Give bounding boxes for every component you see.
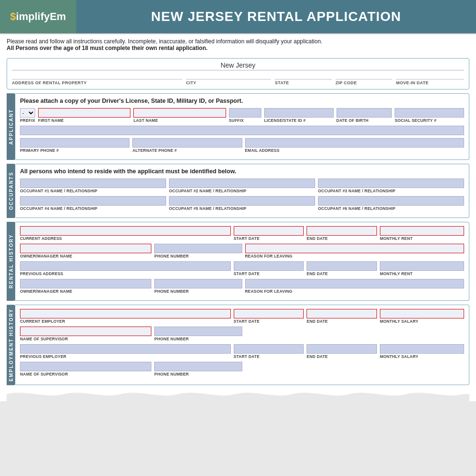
emp-end-field: END DATE xyxy=(307,309,377,324)
first-name-input[interactable] xyxy=(38,108,130,118)
current-end-field: END DATE xyxy=(307,226,377,241)
supervisor-label: NAME OF SUPERVISOR xyxy=(20,337,151,341)
current-reason-label: REASON FOR LEAVING xyxy=(245,254,465,258)
prev-reason-field: REASON FOR LEAVING xyxy=(245,279,465,294)
current-address-input[interactable] xyxy=(20,226,231,236)
current-reason-field: REASON FOR LEAVING xyxy=(245,244,465,258)
prev-address-field: PREVIOUS ADDRESS xyxy=(20,261,231,276)
current-owner-input[interactable] xyxy=(20,244,151,253)
current-rent-input[interactable] xyxy=(380,226,464,236)
prev-owner-field: OWNER/MANAGER NAME xyxy=(20,279,151,294)
logo-area: $implifyEm xyxy=(0,0,76,33)
property-fields: ADDRESS OF RENTAL PROPERTY CITY STATE ZI… xyxy=(12,70,464,85)
occupants-intro: All persons who intend to reside with th… xyxy=(20,168,464,175)
occupant6-label: OCCUPANT #6 NAME / RELATIONSHIP xyxy=(318,206,464,211)
supervisor-row: NAME OF SUPERVISOR PHONE NUMBER xyxy=(20,327,464,341)
prev-start-label: START DATE xyxy=(234,271,304,276)
occupant3: OCCUPANT #3 NAME / RELATIONSHIP xyxy=(318,178,464,193)
notice-line2: All Persons over the age of 18 must comp… xyxy=(7,45,469,51)
occupants-tab: OCCUPANTS xyxy=(7,164,15,218)
prefix-field: - Mr. Ms. Mrs. Dr. PREFIX xyxy=(20,108,35,123)
emp-salary-label: MONTHLY SALARY xyxy=(380,319,464,324)
prev-end-field: END DATE xyxy=(307,261,377,276)
title-area: NEW JERSEY RENTAL APPLICATION xyxy=(76,0,476,33)
last-name-field: LAST NAME xyxy=(133,108,226,123)
supervisor-field: NAME OF SUPERVISOR xyxy=(20,327,151,341)
current-owner-label: OWNER/MANAGER NAME xyxy=(20,254,151,258)
wavy-svg xyxy=(7,387,469,401)
ssn-field: SOCIAL SECURITY # xyxy=(395,108,464,123)
prev-address-label: PREVIOUS ADDRESS xyxy=(20,271,231,276)
prev-supervisor-field: NAME OF SUPERVISOR xyxy=(20,362,151,377)
prefix-select[interactable]: - Mr. Ms. Mrs. Dr. xyxy=(20,108,35,118)
prev-emp-salary-label: MONTHLY SALARY xyxy=(380,354,464,359)
current-start-input[interactable] xyxy=(234,226,304,236)
current-end-input[interactable] xyxy=(307,226,377,236)
prev-employer-field: PREVIOUS EMPLOYER xyxy=(20,344,231,359)
prev-supervisor-label: NAME OF SUPERVISOR xyxy=(20,372,151,377)
primary-phone-label: PRIMARY PHONE # xyxy=(20,148,129,153)
current-rent-field: MONTHLY RENT xyxy=(380,226,464,241)
first-name-label: FIRST NAME xyxy=(38,118,130,123)
employment-content: CURRENT EMPLOYER START DATE END DATE MON… xyxy=(15,305,469,385)
prev-owner-row: OWNER/MANAGER NAME PHONE NUMBER REASON F… xyxy=(20,279,464,294)
last-name-input[interactable] xyxy=(133,108,226,118)
emp-start-label: START DATE xyxy=(234,319,304,324)
current-reason-input[interactable] xyxy=(245,244,465,253)
emp-salary-input[interactable] xyxy=(380,309,464,318)
current-employer-input[interactable] xyxy=(20,309,231,318)
prev-employer-row: PREVIOUS EMPLOYER START DATE END DATE MO… xyxy=(20,344,464,359)
applicant-section: APPLICANT Please attach a copy of your D… xyxy=(7,93,469,160)
prev-rent-field: MONTHLY RENT xyxy=(380,261,464,276)
property-address: ADDRESS OF RENTAL PROPERTY xyxy=(12,72,182,85)
employment-tab: EMPLOYMENT HISTORY xyxy=(7,305,15,385)
rental-history-tab: RENTAL HISTORY xyxy=(7,222,15,301)
property-state-field: STATE xyxy=(275,72,331,85)
prev-emp-end-field: END DATE xyxy=(307,344,377,359)
property-movein: MOVE-IN DATE xyxy=(396,72,464,85)
suffix-label: SUFFIX xyxy=(229,118,261,123)
emp-salary-field: MONTHLY SALARY xyxy=(380,309,464,324)
prev-supervisor-phone-label: PHONE NUMBER xyxy=(154,372,242,377)
prev-emp-start-field: START DATE xyxy=(234,344,304,359)
current-phone-label: PHONE NUMBER xyxy=(154,254,242,258)
current-address-field: CURRENT ADDRESS xyxy=(20,226,231,241)
rental-history-section: RENTAL HISTORY CURRENT ADDRESS START DAT… xyxy=(7,222,469,301)
employment-section: EMPLOYMENT HISTORY CURRENT EMPLOYER STAR… xyxy=(7,305,469,385)
prev-supervisor-row: NAME OF SUPERVISOR PHONE NUMBER xyxy=(20,362,464,377)
current-start-field: START DATE xyxy=(234,226,304,241)
prev-start-field: START DATE xyxy=(234,261,304,276)
email-field: EMAIL ADDRESS xyxy=(245,138,465,153)
occupants-row2: OCCUPANT #4 NAME / RELATIONSHIP OCCUPANT… xyxy=(20,196,464,211)
prev-emp-start-label: START DATE xyxy=(234,354,304,359)
occupant2-label: OCCUPANT #2 NAME / RELATIONSHIP xyxy=(169,188,315,193)
prefix-label: PREFIX xyxy=(20,118,35,123)
occupant4: OCCUPANT #4 NAME / RELATIONSHIP xyxy=(20,196,166,211)
alt-phone-label: ALTERNATE PHONE # xyxy=(132,148,242,153)
emp-end-input[interactable] xyxy=(307,309,377,318)
emp-start-input[interactable] xyxy=(234,309,304,318)
primary-phone-field: PRIMARY PHONE # xyxy=(20,138,129,153)
prev-phone-field: PHONE NUMBER xyxy=(154,279,242,294)
emp-end-label: END DATE xyxy=(307,319,377,324)
property-section: New Jersey ADDRESS OF RENTAL PROPERTY CI… xyxy=(7,58,469,89)
occupant5-label: OCCUPANT #5 NAME / RELATIONSHIP xyxy=(169,206,315,211)
supervisor-input[interactable] xyxy=(20,327,151,336)
property-state: New Jersey xyxy=(12,61,464,69)
property-city: CITY xyxy=(186,72,271,85)
notice-block: Please read and follow all instructions … xyxy=(0,34,476,54)
current-phone-field: PHONE NUMBER xyxy=(154,244,242,258)
supervisor-phone-label: PHONE NUMBER xyxy=(154,337,242,341)
occupants-row1: OCCUPANT #1 NAME / RELATIONSHIP OCCUPANT… xyxy=(20,178,464,193)
prev-reason-label: REASON FOR LEAVING xyxy=(245,289,465,294)
email-label: EMAIL ADDRESS xyxy=(245,148,465,153)
alt-phone-field: ALTERNATE PHONE # xyxy=(132,138,242,153)
occupant5: OCCUPANT #5 NAME / RELATIONSHIP xyxy=(169,196,315,211)
applicant-row2 xyxy=(20,126,464,135)
last-name-label: LAST NAME xyxy=(133,118,226,123)
suffix-field: SUFFIX xyxy=(229,108,261,123)
prev-employer-label: PREVIOUS EMPLOYER xyxy=(20,354,231,359)
rental-history-content: CURRENT ADDRESS START DATE END DATE MONT… xyxy=(15,222,469,301)
dob-field: DATE OF BIRTH xyxy=(337,108,392,123)
prev-owner-label: OWNER/MANAGER NAME xyxy=(20,289,151,294)
